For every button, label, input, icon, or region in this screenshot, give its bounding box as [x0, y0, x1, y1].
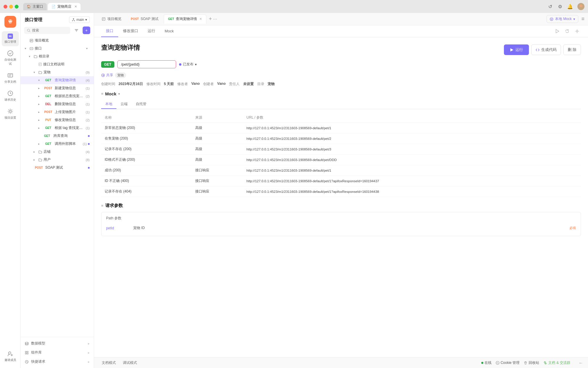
content-tab-run[interactable]: 运行	[143, 25, 160, 37]
data-model-label: 数据模型	[31, 341, 45, 346]
tree-item-del-pet[interactable]: ▸ DEL 删除宠物信息 (1)	[21, 100, 94, 108]
nav-component-lib[interactable]: 组件库 ▸	[25, 349, 90, 357]
required-badge: 必填	[569, 226, 576, 230]
recycle-bin[interactable]: 回收站	[524, 360, 539, 365]
dot-indicator	[88, 135, 90, 137]
bottom-bar: 文档模式 调试模式 在线 Cookie 管理 回收站	[94, 357, 588, 368]
tree-item-put-pet[interactable]: ▸ PUT 修改宠物信息 (2)	[21, 116, 94, 124]
tree-item-root-folder[interactable]: ▾ 根目录	[21, 52, 94, 60]
tab-soap-test[interactable]: POST SOAP 测试	[127, 15, 163, 23]
search-input[interactable]	[32, 28, 67, 32]
search-input-wrap[interactable]	[24, 27, 70, 34]
add-item-button[interactable]: +	[83, 26, 90, 34]
content-tab-edit[interactable]: 修改接口	[118, 25, 143, 37]
status-badge[interactable]: 已发布 ▾	[179, 62, 197, 67]
tree-item-shop-folder[interactable]: ▸ 店铺 (4)	[21, 148, 94, 156]
tree-item-get-pet[interactable]: ▾ GET 查询宠物详情 (4)	[21, 76, 94, 84]
filter-button[interactable]	[73, 26, 80, 34]
nav-quick-request[interactable]: 快捷请求 ▸	[25, 358, 90, 366]
sidebar-item-share-docs[interactable]: 分享文档	[2, 69, 19, 86]
settings-icon[interactable]: ⚙	[557, 4, 563, 9]
titlebar-tab-petshop[interactable]: 📄 宠物商店 ✕	[48, 3, 81, 10]
add-tab-button[interactable]: +	[209, 16, 212, 22]
table-row[interactable]: ID格式不正确 (200) 高级 http://127.0.0.1:4523/m…	[101, 155, 581, 165]
refresh-icon[interactable]	[563, 27, 571, 35]
mode-tab-doc[interactable]: 文档模式	[99, 359, 119, 366]
sidebar-item-automation[interactable]: 自动化测试	[2, 47, 19, 68]
maximize-button[interactable]	[15, 5, 19, 9]
nav-data-model[interactable]: 数据模型 ▸	[25, 339, 90, 347]
tree-item-user-folder[interactable]: ▸ 用户 (8)	[21, 156, 94, 164]
nav-branch-selector[interactable]: main ▾	[69, 16, 90, 23]
tree-item-api-root[interactable]: ▾ 接口 ▾	[21, 44, 94, 52]
tree-item-get-cross[interactable]: GET 跨库查询	[21, 132, 94, 140]
tree-item-overview[interactable]: 项目概览	[21, 37, 94, 44]
table-row[interactable]: 记录不存在 (200) 高级 http://127.0.0.1:4523/m1/…	[101, 144, 581, 155]
post-soap-label: SOAP 测试	[45, 165, 87, 170]
sidebar-item-api-management[interactable]: 96 接口管理	[2, 31, 19, 46]
run-button[interactable]: 运行	[504, 44, 529, 55]
exchange-icon	[543, 361, 547, 365]
table-row[interactable]: ID 不正确 (400) 接口响应 http://127.0.0.1:4523/…	[101, 176, 581, 186]
tab-pet-detail[interactable]: GET 查询宠物详情 ✕	[164, 14, 207, 24]
mock-tab-local[interactable]: 本地	[101, 100, 116, 109]
table-row[interactable]: 在售宠物 (200) 高级 http://127.0.0.1:4523/m1/2…	[101, 133, 581, 144]
mock-expand-icon[interactable]: ▾	[118, 92, 120, 96]
table-row[interactable]: 记录不存在 (404) 接口响应 http://127.0.0.1:4523/m…	[101, 186, 581, 197]
play-icon[interactable]	[553, 27, 561, 35]
menu-button[interactable]: ≡	[581, 16, 584, 22]
tree-item-get-script[interactable]: ▸ GET 调用外部脚本 (1)	[21, 140, 94, 148]
mock-tab-self-hosted[interactable]: 自托管	[132, 100, 151, 109]
minimize-button[interactable]	[9, 5, 13, 9]
directory: 目录 宠物	[257, 82, 275, 87]
mock-tab-cloud[interactable]: 云端	[116, 100, 132, 109]
share-label: 共享	[106, 73, 113, 78]
cookie-manager[interactable]: Cookie 管理	[496, 360, 520, 365]
notification-icon[interactable]: 🔔	[567, 4, 573, 9]
mode-tab-debug[interactable]: 调试模式	[120, 359, 140, 366]
method-tag-get: GET	[43, 142, 54, 146]
doc-exchange[interactable]: 文档 & 交流群	[543, 360, 570, 365]
table-row[interactable]: 成功 (200) 接口响应 http://127.0.0.1:4523/m1/2…	[101, 165, 581, 176]
share-button[interactable]: 共享	[101, 73, 113, 78]
tree-item-api-doc[interactable]: 接口文档说明	[21, 60, 94, 68]
svg-rect-23	[102, 18, 105, 21]
online-status[interactable]: 在线	[481, 360, 492, 365]
exchange-label: 文档 & 交流群	[548, 360, 570, 365]
close-button[interactable]	[4, 5, 7, 9]
section-collapse-icon[interactable]: ≡	[101, 92, 103, 96]
quick-request-icon	[25, 360, 29, 364]
method-tag-get: GET	[42, 134, 52, 138]
tab-overview[interactable]: 项目概览	[98, 15, 126, 23]
mock-source-cell: 高级	[192, 144, 243, 155]
delete-button[interactable]: 删 除	[563, 44, 581, 55]
mock-selector[interactable]: 本地 Mock ▾	[547, 15, 578, 23]
titlebar-tab-close-icon[interactable]: ✕	[74, 5, 77, 9]
tab-close-icon[interactable]: ✕	[199, 17, 202, 21]
tree-item-post-img[interactable]: ▸ POST 上传宠物图片 (1)	[21, 108, 94, 116]
generate-code-button[interactable]: 生成代码	[531, 44, 561, 55]
settings-icon[interactable]	[573, 27, 581, 35]
content-tab-api[interactable]: 接口	[101, 25, 118, 37]
sidebar-item-invite[interactable]: 邀请成员	[2, 348, 19, 364]
tree-item-get-tag[interactable]: ▸ GET 根据 tag 查找宠… (1)	[21, 124, 94, 132]
tree-item-post-soap[interactable]: POST SOAP 测试	[21, 164, 94, 172]
tree-item-post-pet[interactable]: ▸ POST 新建宠物信息 (1)	[21, 84, 94, 92]
url-input[interactable]: /pet/{petId}	[117, 60, 176, 68]
tree-item-get-status[interactable]: ▸ GET 根据状态查找宠… (2)	[21, 92, 94, 100]
post-pet-count: (1)	[86, 87, 90, 90]
refresh-icon[interactable]: ↺	[547, 4, 553, 9]
sidebar-item-history[interactable]: 请求历史	[2, 87, 19, 104]
user-avatar[interactable]	[577, 3, 584, 10]
table-row[interactable]: 异常状态宠物 (200) 高级 http://127.0.0.1:4523/m1…	[101, 123, 581, 133]
sidebar-item-settings[interactable]: 项目设置	[2, 105, 19, 122]
more-tabs-button[interactable]: ···	[213, 16, 217, 22]
svg-rect-20	[25, 353, 26, 354]
tree-item-pet-folder[interactable]: ▾ 宠物 (9)	[21, 68, 94, 76]
titlebar-tab-home[interactable]: 🏠 主窗口	[23, 3, 47, 10]
content-tab-mock[interactable]: Mock	[160, 26, 178, 37]
app-logo	[4, 16, 16, 28]
svg-point-9	[9, 352, 11, 354]
params-collapse-icon[interactable]: ≡	[101, 203, 103, 208]
nav-prev-button[interactable]: ←	[579, 360, 583, 366]
